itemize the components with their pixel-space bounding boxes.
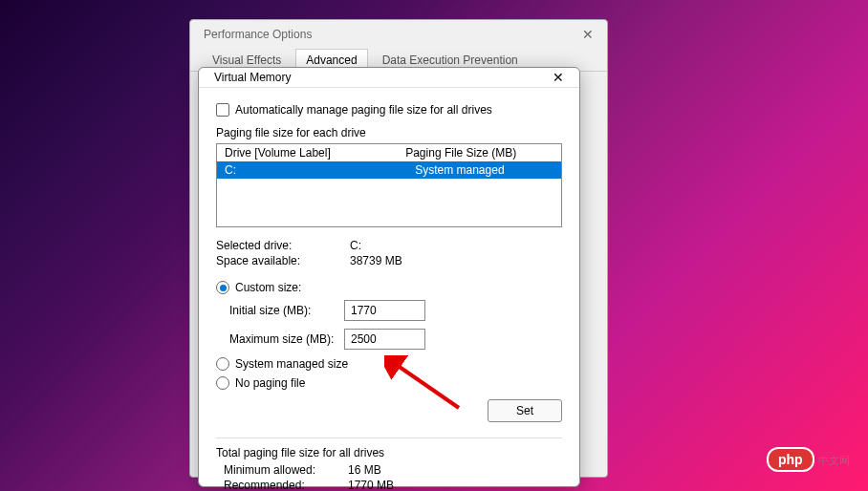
drive-list-body[interactable]: C: System managed — [217, 161, 561, 226]
drive-list-header: Drive [Volume Label] Paging File Size (M… — [217, 144, 561, 161]
initial-size-label: Initial size (MB): — [229, 304, 344, 317]
virtual-memory-dialog: Virtual Memory ✕ Automatically manage pa… — [198, 67, 580, 487]
section-label: Paging file size for each drive — [216, 126, 562, 139]
watermark: php中文网 — [767, 447, 860, 480]
min-allowed-row: Minimum allowed: 16 MB — [216, 463, 562, 477]
drive-size: System managed — [405, 163, 553, 177]
parent-titlebar: Performance Options ✕ — [190, 20, 607, 49]
system-managed-row[interactable]: System managed size — [216, 357, 562, 371]
no-paging-label: No paging file — [235, 376, 305, 390]
size-inputs: Initial size (MB): Maximum size (MB): — [229, 300, 562, 350]
custom-size-radio[interactable] — [216, 281, 229, 294]
drive-list: Drive [Volume Label] Paging File Size (M… — [216, 143, 562, 227]
space-available-label: Space available: — [216, 254, 350, 267]
drive-header-col1: Drive [Volume Label] — [225, 146, 405, 160]
divider — [216, 438, 562, 438]
no-paging-row[interactable]: No paging file — [216, 376, 562, 390]
totals-label: Total paging file size for all drives — [216, 446, 562, 459]
parent-title: Performance Options — [204, 28, 312, 41]
custom-size-label: Custom size: — [235, 281, 301, 294]
watermark-brand: php — [767, 447, 814, 472]
selected-drive-label: Selected drive: — [216, 239, 350, 252]
dialog-body: Automatically manage paging file size fo… — [199, 88, 579, 491]
drive-header-col2: Paging File Size (MB) — [405, 146, 553, 160]
initial-size-input[interactable] — [344, 300, 425, 321]
maximum-size-label: Maximum size (MB): — [229, 332, 344, 346]
space-available-row: Space available: 38739 MB — [216, 254, 562, 267]
maximum-size-row: Maximum size (MB): — [229, 329, 562, 350]
initial-size-row: Initial size (MB): — [229, 300, 562, 321]
drive-row[interactable]: C: System managed — [217, 161, 561, 179]
recommended-row: Recommended: 1770 MB — [216, 479, 562, 491]
dialog-title: Virtual Memory — [214, 71, 291, 84]
watermark-text: 中文网 — [818, 455, 850, 466]
auto-manage-row[interactable]: Automatically manage paging file size fo… — [216, 103, 562, 117]
system-managed-label: System managed size — [235, 357, 348, 371]
min-allowed-label: Minimum allowed: — [224, 463, 348, 477]
close-icon[interactable]: ✕ — [576, 25, 599, 44]
auto-manage-label: Automatically manage paging file size fo… — [235, 103, 492, 117]
recommended-label: Recommended: — [224, 479, 348, 491]
selected-drive-row: Selected drive: C: — [216, 239, 562, 252]
set-button[interactable]: Set — [488, 399, 562, 422]
system-managed-radio[interactable] — [216, 357, 229, 371]
auto-manage-checkbox[interactable] — [216, 103, 229, 117]
size-radio-group: Custom size: Initial size (MB): Maximum … — [216, 281, 562, 395]
min-allowed-value: 16 MB — [348, 463, 381, 477]
vm-titlebar: Virtual Memory ✕ — [199, 68, 579, 88]
space-available-value: 38739 MB — [350, 254, 402, 267]
drive-name: C: — [225, 163, 405, 177]
set-button-row: Set — [216, 399, 562, 422]
custom-size-row[interactable]: Custom size: — [216, 281, 562, 294]
no-paging-radio[interactable] — [216, 376, 229, 390]
close-icon[interactable]: ✕ — [547, 68, 570, 87]
selected-drive-value: C: — [350, 239, 361, 252]
maximum-size-input[interactable] — [344, 329, 425, 350]
recommended-value: 1770 MB — [348, 479, 394, 491]
